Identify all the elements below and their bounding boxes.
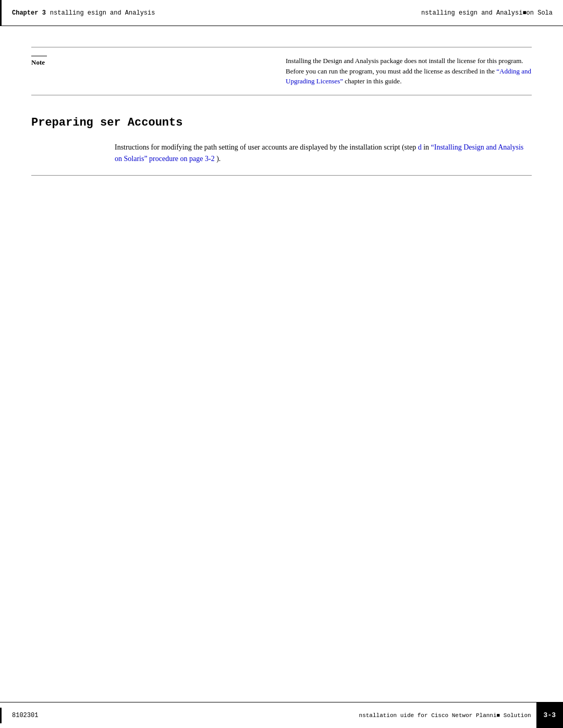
page-header: Chapter 3 nstalling esign and Analysis n… [0,0,563,26]
note-text-before: Installing the Design and Analysis packa… [286,57,523,75]
page-footer: 8102301 nstallation uide for Cisco Netwo… [0,702,563,728]
note-box: Note Installing the Design and Analysis … [31,47,532,95]
section-link-step[interactable]: d [418,143,422,151]
footer-guide-title: nstallation uide for Cisco Networ Planni… [359,712,536,719]
header-right-title: nstalling esign and Analysi■on Sola [421,9,553,17]
header-chapter-title: nstalling esign and Analysis [50,9,155,17]
header-right: nstalling esign and Analysi■on Sola [198,0,563,26]
section-paragraph: Instructions for modifying the path sett… [115,142,532,165]
footer-page-number: 3-3 [536,702,563,729]
note-label: Note [31,58,45,66]
section-heading: Preparing ser Accounts [31,116,532,129]
content-area: Note Installing the Design and Analysis … [0,26,563,207]
section-text-before: Instructions for modifying the path sett… [115,143,416,151]
note-line-decoration [31,56,47,56]
section-content: Instructions for modifying the path sett… [31,142,532,165]
footer-doc-number: 8102301 [0,708,359,723]
header-left: Chapter 3 nstalling esign and Analysis [0,0,198,26]
bottom-divider [31,175,532,176]
section-text-middle: in [423,143,431,151]
note-text-after: chapter in this guide. [343,77,401,85]
section-text-after: ). [216,155,221,163]
note-content: Installing the Design and Analysis packa… [286,56,532,87]
page-container: Chapter 3 nstalling esign and Analysis n… [0,0,563,728]
chapter-label: Chapter 3 [12,9,46,17]
note-label-wrapper: Note [31,56,277,67]
